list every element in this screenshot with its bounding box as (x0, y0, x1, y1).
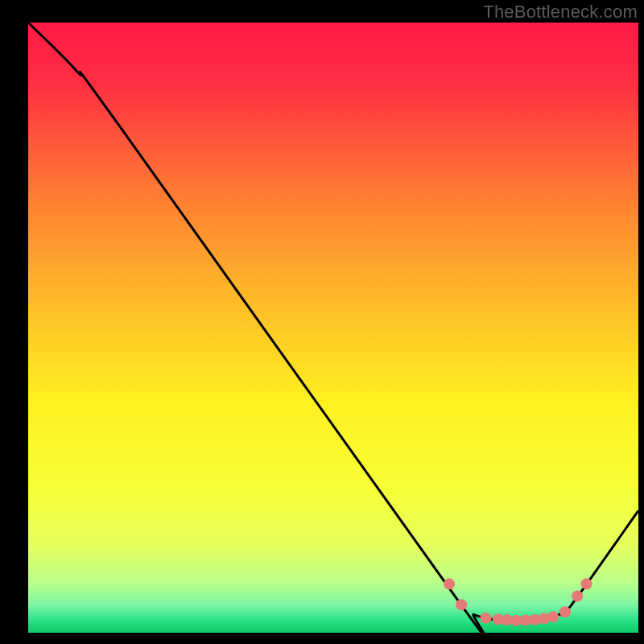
data-marker (559, 606, 571, 617)
data-marker (572, 591, 583, 602)
data-marker (547, 611, 559, 622)
gradient-background (28, 23, 638, 633)
bottleneck-chart (28, 23, 638, 633)
data-marker (481, 613, 492, 624)
plot-area (28, 23, 638, 633)
watermark-text: TheBottleneck.com (483, 2, 638, 23)
data-marker (456, 599, 467, 610)
chart-container: TheBottleneck.com (0, 0, 644, 644)
data-marker (444, 578, 455, 589)
data-marker (581, 578, 592, 589)
